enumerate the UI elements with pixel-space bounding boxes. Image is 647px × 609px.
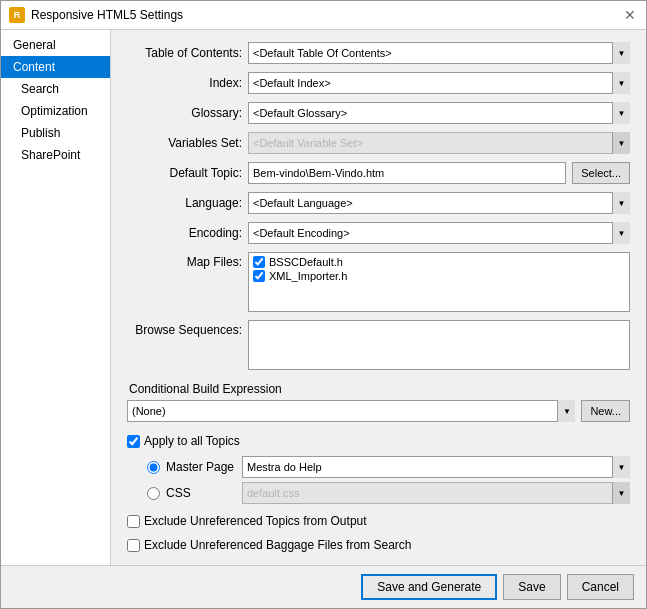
apply-to-all-label: Apply to all Topics	[144, 434, 240, 448]
sidebar-item-publish[interactable]: Publish	[1, 122, 110, 144]
index-label: Index:	[127, 76, 242, 90]
variables-set-select-wrapper: <Default Variable Set> ▼	[248, 132, 630, 154]
browse-sequences-box	[248, 320, 630, 370]
index-select-wrapper[interactable]: <Default Index> ▼	[248, 72, 630, 94]
default-topic-row: Default Topic: Select...	[127, 162, 630, 184]
window-title: Responsive HTML5 Settings	[31, 8, 183, 22]
language-label: Language:	[127, 196, 242, 210]
variables-set-label: Variables Set:	[127, 136, 242, 150]
master-page-select-wrapper[interactable]: Mestra do Help ▼	[242, 456, 630, 478]
variables-set-row: Variables Set: <Default Variable Set> ▼	[127, 132, 630, 154]
master-page-radio-label: Master Page	[166, 460, 236, 474]
map-file-xml-checkbox[interactable]	[253, 270, 265, 282]
css-select: default.css	[242, 482, 630, 504]
css-radio-label: CSS	[166, 486, 236, 500]
apply-to-all-checkbox[interactable]	[127, 435, 140, 448]
language-row: Language: <Default Language> ▼	[127, 192, 630, 214]
exclude-topics-label: Exclude Unreferenced Topics from Output	[144, 514, 367, 528]
sidebar-item-optimization[interactable]: Optimization	[1, 100, 110, 122]
master-page-select[interactable]: Mestra do Help	[242, 456, 630, 478]
app-icon: R	[9, 7, 25, 23]
exclude-baggage-checkbox[interactable]	[127, 539, 140, 552]
select-button[interactable]: Select...	[572, 162, 630, 184]
cancel-button[interactable]: Cancel	[567, 574, 634, 600]
encoding-select-wrapper[interactable]: <Default Encoding> ▼	[248, 222, 630, 244]
glossary-row: Glossary: <Default Glossary> ▼	[127, 102, 630, 124]
sidebar: General Content Search Optimization Publ…	[1, 30, 111, 565]
apply-to-all-row: Apply to all Topics	[127, 434, 630, 448]
table-of-contents-select[interactable]: <Default Table Of Contents>	[248, 42, 630, 64]
table-of-contents-row: Table of Contents: <Default Table Of Con…	[127, 42, 630, 64]
main-content: General Content Search Optimization Publ…	[1, 30, 646, 565]
glossary-select-wrapper[interactable]: <Default Glossary> ▼	[248, 102, 630, 124]
sidebar-item-content[interactable]: Content	[1, 56, 110, 78]
language-select[interactable]: <Default Language>	[248, 192, 630, 214]
save-button[interactable]: Save	[503, 574, 560, 600]
map-files-row: Map Files: BSSCDefault.h XML_Importer.h	[127, 252, 630, 312]
sidebar-item-general[interactable]: General	[1, 34, 110, 56]
language-select-wrapper[interactable]: <Default Language> ▼	[248, 192, 630, 214]
sidebar-item-search[interactable]: Search	[1, 78, 110, 100]
map-file-bssc: BSSCDefault.h	[253, 255, 625, 269]
exclude-topics-checkbox[interactable]	[127, 515, 140, 528]
exclude-topics-row: Exclude Unreferenced Topics from Output	[127, 514, 630, 528]
encoding-row: Encoding: <Default Encoding> ▼	[127, 222, 630, 244]
browse-sequences-row: Browse Sequences:	[127, 320, 630, 370]
map-files-label: Map Files:	[127, 252, 242, 269]
browse-sequences-label: Browse Sequences:	[127, 320, 242, 337]
sidebar-item-sharepoint[interactable]: SharePoint	[1, 144, 110, 166]
table-of-contents-select-wrapper[interactable]: <Default Table Of Contents> ▼	[248, 42, 630, 64]
conditional-section: Conditional Build Expression (None) ▼ Ne…	[127, 382, 630, 422]
close-button[interactable]: ✕	[622, 7, 638, 23]
master-page-radio[interactable]	[147, 461, 160, 474]
variables-set-select: <Default Variable Set>	[248, 132, 630, 154]
exclude-baggage-label: Exclude Unreferenced Baggage Files from …	[144, 538, 411, 552]
encoding-select[interactable]: <Default Encoding>	[248, 222, 630, 244]
glossary-label: Glossary:	[127, 106, 242, 120]
index-select[interactable]: <Default Index>	[248, 72, 630, 94]
conditional-select-wrapper[interactable]: (None) ▼	[127, 400, 575, 422]
map-file-xml: XML_Importer.h	[253, 269, 625, 283]
conditional-row: (None) ▼ New...	[127, 400, 630, 422]
right-panel: Table of Contents: <Default Table Of Con…	[111, 30, 646, 565]
master-css-section: Master Page Mestra do Help ▼ CSS default…	[147, 456, 630, 504]
master-page-row: Master Page Mestra do Help ▼	[147, 456, 630, 478]
glossary-select[interactable]: <Default Glossary>	[248, 102, 630, 124]
title-bar-left: R Responsive HTML5 Settings	[9, 7, 183, 23]
map-file-xml-label: XML_Importer.h	[269, 270, 347, 282]
map-file-bssc-checkbox[interactable]	[253, 256, 265, 268]
conditional-label: Conditional Build Expression	[127, 382, 630, 396]
title-bar: R Responsive HTML5 Settings ✕	[1, 1, 646, 30]
default-topic-input[interactable]	[248, 162, 566, 184]
css-radio[interactable]	[147, 487, 160, 500]
map-file-bssc-label: BSSCDefault.h	[269, 256, 343, 268]
css-row: CSS default.css ▼	[147, 482, 630, 504]
encoding-label: Encoding:	[127, 226, 242, 240]
index-row: Index: <Default Index> ▼	[127, 72, 630, 94]
exclude-baggage-row: Exclude Unreferenced Baggage Files from …	[127, 538, 630, 552]
map-files-list: BSSCDefault.h XML_Importer.h	[248, 252, 630, 312]
footer: Save and Generate Save Cancel	[1, 565, 646, 608]
save-and-generate-button[interactable]: Save and Generate	[361, 574, 497, 600]
default-topic-label: Default Topic:	[127, 166, 242, 180]
css-select-wrapper: default.css ▼	[242, 482, 630, 504]
new-button[interactable]: New...	[581, 400, 630, 422]
conditional-select[interactable]: (None)	[127, 400, 575, 422]
main-window: R Responsive HTML5 Settings ✕ General Co…	[0, 0, 647, 609]
table-of-contents-label: Table of Contents:	[127, 46, 242, 60]
